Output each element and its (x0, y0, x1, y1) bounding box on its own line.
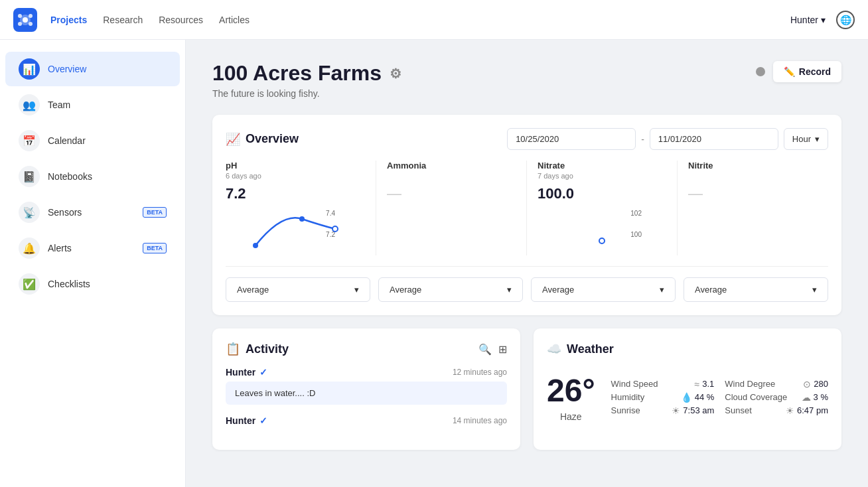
wind-degree-key: Wind Degree (725, 379, 775, 389)
weather-row-wind-speed: Wind Speed ≈ 3.1 (611, 379, 715, 389)
metrics-grid: pH 6 days ago 7.2 7.4 7.2 (226, 161, 828, 267)
date-from-input[interactable] (507, 128, 636, 150)
weather-row-humidity: Humidity 💧 44 % (611, 392, 715, 403)
sunrise-key: Sunrise (611, 405, 640, 415)
alerts-beta-badge: BETA (143, 243, 167, 253)
nitrite-label: Nitrite (688, 161, 818, 171)
date-to-input[interactable] (650, 128, 778, 150)
sunrise-val: ☀ 7:53 am (672, 405, 714, 416)
ammonia-dash: — (387, 185, 516, 202)
notebooks-icon: 📓 (19, 166, 40, 187)
date-range: - Hour ▾ (507, 128, 828, 150)
gear-icon[interactable]: ⚙ (390, 66, 401, 82)
sidebar-item-notebooks[interactable]: 📓 Notebooks (5, 159, 180, 194)
nav-articles[interactable]: Articles (219, 15, 250, 25)
activity-time-2: 14 minutes ago (453, 416, 507, 425)
nav-links: Projects Research Resources Articles (50, 15, 790, 25)
overview-label: Overview (246, 132, 299, 146)
logo[interactable] (13, 8, 37, 32)
nitrate-dropdown-label: Average (542, 285, 574, 295)
cloud-icon: ☁ (802, 392, 811, 403)
svg-text:100: 100 (630, 231, 642, 238)
activity-card: 📋 Activity 🔍 ⊞ Hunter ✓ 12 minute (212, 328, 520, 450)
record-label: Record (799, 66, 831, 77)
wind-speed-val: ≈ 3.1 (695, 379, 715, 389)
ph-label: pH (226, 161, 365, 171)
activity-content-1: Leaves in water.... :D (226, 382, 507, 405)
ammonia-dropdown[interactable]: Average ▾ (378, 277, 523, 302)
nav-resources[interactable]: Resources (159, 15, 203, 25)
overview-card: 📈 Overview - Hour ▾ pH 6 (212, 115, 841, 315)
weather-temp: 26° Haze (547, 372, 595, 422)
ph-time: 6 days ago (226, 172, 365, 180)
sidebar-item-team[interactable]: 👥 Team (5, 88, 180, 122)
sensors-icon: 📡 (19, 202, 40, 223)
weather-label: Weather (567, 342, 614, 356)
sidebar: 📊 Overview 👥 Team 📅 Calendar 📓 Notebooks… (0, 40, 186, 487)
sidebar-item-sensors[interactable]: 📡 Sensors BETA (5, 195, 180, 230)
page-subtitle: The future is looking fishy. (212, 88, 756, 99)
humidity-val: 💧 44 % (681, 392, 715, 403)
record-button[interactable]: ✏️ Record (773, 61, 841, 82)
search-activity-button[interactable]: 🔍 (478, 343, 492, 356)
dropdowns-row: Average ▾ Average ▾ Average ▾ Average ▾ (226, 277, 828, 302)
nav-projects[interactable]: Projects (50, 15, 87, 25)
user-menu[interactable]: Hunter ▾ (790, 15, 826, 25)
svg-point-6 (29, 22, 33, 26)
status-dot (756, 67, 765, 76)
activity-icon: 📋 (226, 342, 240, 356)
nitrate-dropdown-chevron: ▾ (660, 285, 664, 295)
weather-row-wind-degree: Wind Degree ⊙ 280 (725, 379, 828, 389)
humidity-key: Humidity (611, 392, 645, 402)
svg-point-14 (599, 238, 605, 244)
main-content: 100 Acres Farms ⚙ The future is looking … (186, 40, 868, 487)
interval-select[interactable]: Hour ▾ (784, 128, 828, 150)
sidebar-label-overview: Overview (48, 64, 86, 74)
sidebar-item-checklists[interactable]: ✅ Checklists (5, 267, 180, 301)
ph-dropdown[interactable]: Average ▾ (226, 277, 370, 302)
activity-username-2: Hunter (226, 415, 255, 426)
activity-check-1: ✓ (259, 367, 267, 378)
ammonia-time (387, 172, 516, 180)
weather-row-sunrise: Sunrise ☀ 7:53 am (611, 405, 715, 416)
sunset-key: Sunset (725, 405, 751, 415)
wind-degree-val: ⊙ 280 (803, 379, 828, 389)
layout-activity-button[interactable]: ⊞ (498, 343, 507, 356)
nitrate-time: 7 days ago (538, 172, 666, 180)
activity-title: 📋 Activity (226, 342, 289, 356)
activity-check-2: ✓ (259, 415, 267, 426)
sunset-icon: ☀ (786, 405, 794, 416)
overview-icon: 📊 (19, 58, 40, 80)
sensors-beta-badge: BETA (143, 207, 167, 218)
sidebar-item-calendar[interactable]: 📅 Calendar (5, 123, 180, 158)
nitrite-dropdown-label: Average (695, 285, 727, 295)
svg-point-5 (18, 22, 22, 26)
username: Hunter (790, 15, 818, 25)
activity-user-row-1: Hunter ✓ 12 minutes ago (226, 367, 507, 378)
sidebar-item-overview[interactable]: 📊 Overview (5, 52, 180, 86)
globe-icon[interactable]: 🌐 (836, 11, 855, 29)
sidebar-item-alerts[interactable]: 🔔 Alerts BETA (5, 231, 180, 265)
pencil-icon: ✏️ (784, 66, 795, 77)
weather-card: ☁️ Weather 26° Haze Wind Speed ≈ 3.1 (534, 328, 841, 450)
date-separator: - (641, 134, 644, 145)
title-area: 100 Acres Farms ⚙ The future is looking … (212, 61, 756, 99)
activity-time-1: 12 minutes ago (453, 368, 507, 377)
nitrate-label: Nitrate (538, 161, 666, 171)
nav-research[interactable]: Research (103, 15, 143, 25)
interval-label: Hour (792, 134, 811, 144)
wind-speed-key: Wind Speed (611, 379, 658, 389)
metric-ammonia: Ammonia — (376, 161, 527, 255)
layout: 📊 Overview 👥 Team 📅 Calendar 📓 Notebooks… (0, 40, 868, 487)
nitrate-chart: 102 100 (538, 202, 666, 255)
metric-ph: pH 6 days ago 7.2 7.4 7.2 (226, 161, 376, 255)
svg-point-4 (29, 14, 33, 18)
bottom-grid: 📋 Activity 🔍 ⊞ Hunter ✓ 12 minute (212, 328, 841, 463)
ammonia-dropdown-label: Average (390, 285, 421, 295)
sidebar-label-sensors: Sensors (48, 207, 82, 218)
svg-point-11 (332, 226, 338, 232)
metric-nitrite: Nitrite — (678, 161, 828, 255)
nitrate-dropdown[interactable]: Average ▾ (531, 277, 676, 302)
temperature: 26° (547, 372, 595, 409)
nitrite-dropdown[interactable]: Average ▾ (684, 277, 828, 302)
